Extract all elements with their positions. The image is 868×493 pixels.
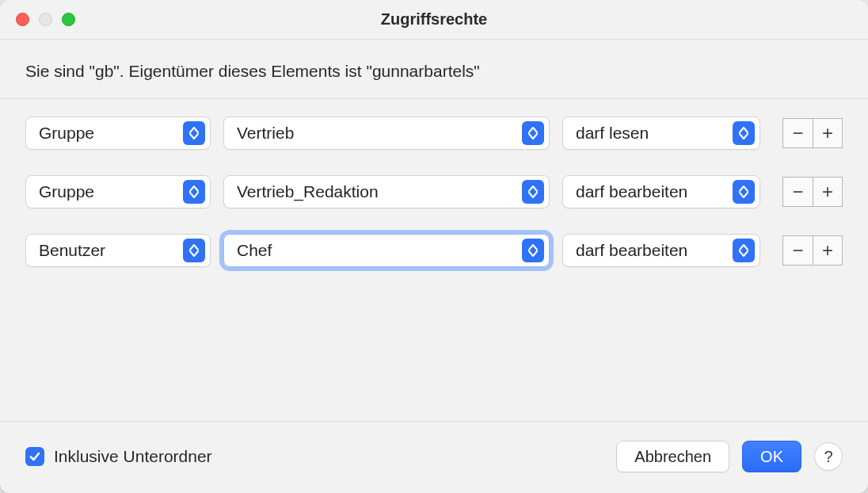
add-row-button[interactable]: + xyxy=(813,235,843,266)
permission-row: Gruppe Vertrieb darf lesen xyxy=(25,117,843,150)
traffic-lights xyxy=(0,13,75,26)
ok-button[interactable]: OK xyxy=(742,441,801,472)
checkmark-icon xyxy=(25,447,44,466)
updown-icon xyxy=(183,180,205,204)
window-title: Zugriffsrechte xyxy=(0,10,868,29)
name-select[interactable]: Chef xyxy=(223,234,550,267)
remove-row-button[interactable]: − xyxy=(782,235,813,266)
window-minimize-button[interactable] xyxy=(39,13,52,26)
permission-select-value: darf bearbeiten xyxy=(576,182,687,201)
type-select[interactable]: Benutzer xyxy=(25,234,211,267)
updown-icon xyxy=(183,239,205,262)
name-select-value: Vertrieb xyxy=(237,124,294,143)
cancel-button[interactable]: Abbrechen xyxy=(616,441,729,472)
permission-select-value: darf bearbeiten xyxy=(576,241,687,260)
permission-row: Benutzer Chef darf bearbeiten xyxy=(25,234,843,267)
include-subfolders-label: Inklusive Unterordner xyxy=(54,447,212,466)
permission-row: Gruppe Vertrieb_Redaktion darf bearbeite… xyxy=(25,175,843,208)
row-buttons: − + xyxy=(782,118,843,148)
permission-rows: Gruppe Vertrieb darf lesen xyxy=(0,99,868,421)
updown-icon xyxy=(733,180,755,204)
remove-row-button[interactable]: − xyxy=(782,177,813,207)
updown-icon xyxy=(522,239,544,262)
include-subfolders-checkbox[interactable]: Inklusive Unterordner xyxy=(25,447,212,466)
owner-info-text: Sie sind "gb". Eigentümer dieses Element… xyxy=(0,40,868,99)
row-buttons: − + xyxy=(782,177,843,207)
updown-icon xyxy=(522,180,544,204)
type-select-value: Gruppe xyxy=(39,182,94,201)
updown-icon xyxy=(522,121,544,145)
type-select[interactable]: Gruppe xyxy=(25,175,211,208)
add-row-button[interactable]: + xyxy=(813,177,843,207)
type-select-value: Gruppe xyxy=(39,124,94,143)
permission-select[interactable]: darf lesen xyxy=(562,117,760,150)
footer-buttons: Abbrechen OK ? xyxy=(616,441,843,472)
permission-select[interactable]: darf bearbeiten xyxy=(562,175,760,208)
name-select[interactable]: Vertrieb_Redaktion xyxy=(223,175,550,208)
window-close-button[interactable] xyxy=(16,13,29,26)
updown-icon xyxy=(183,121,205,145)
footer: Inklusive Unterordner Abbrechen OK ? xyxy=(0,421,868,493)
name-select-value: Vertrieb_Redaktion xyxy=(237,182,379,201)
window-zoom-button[interactable] xyxy=(62,13,75,26)
type-select[interactable]: Gruppe xyxy=(25,117,211,150)
name-select[interactable]: Vertrieb xyxy=(223,117,550,150)
permission-select[interactable]: darf bearbeiten xyxy=(562,234,760,267)
type-select-value: Benutzer xyxy=(39,241,105,260)
updown-icon xyxy=(733,121,755,145)
row-buttons: − + xyxy=(782,235,843,266)
updown-icon xyxy=(733,239,755,262)
titlebar: Zugriffsrechte xyxy=(0,0,868,40)
add-row-button[interactable]: + xyxy=(813,118,843,148)
name-select-value: Chef xyxy=(237,241,272,260)
help-button[interactable]: ? xyxy=(814,442,843,471)
remove-row-button[interactable]: − xyxy=(782,118,813,148)
permission-select-value: darf lesen xyxy=(576,124,649,143)
permissions-window: Zugriffsrechte Sie sind "gb". Eigentümer… xyxy=(0,0,868,493)
